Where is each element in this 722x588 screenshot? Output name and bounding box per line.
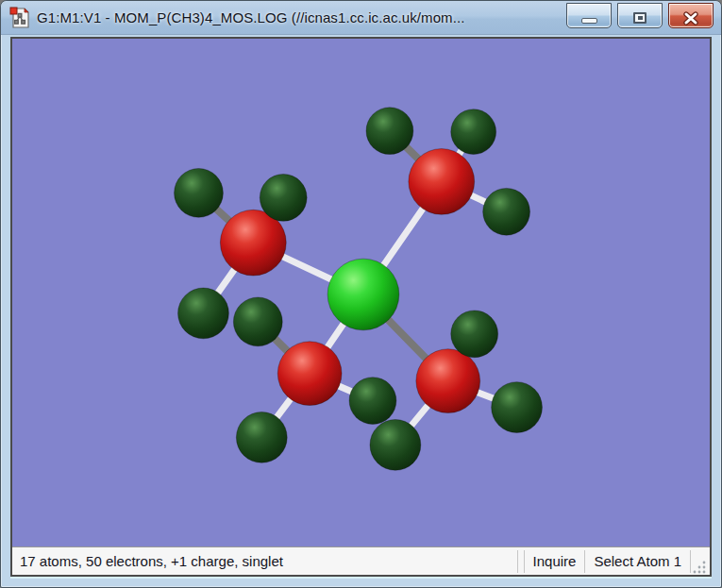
molecule-document-icon[interactable] (9, 7, 30, 29)
window-title: G1:M1:V1 - MOM_P(CH3)4_MOS.LOG (//icnas1… (37, 9, 561, 25)
atom-H-H9[interactable] (236, 412, 287, 463)
minimize-dash-icon (581, 18, 597, 24)
atom-H-H10[interactable] (451, 311, 498, 358)
mode-indicator: Inquire (525, 553, 585, 569)
gaussview-molecule-window: G1:M1:V1 - MOM_P(CH3)4_MOS.LOG (//icnas1… (0, 0, 722, 588)
atom-C-C3[interactable] (277, 342, 342, 406)
atom-H-H11[interactable] (492, 382, 543, 433)
molecule-canvas[interactable] (12, 39, 710, 546)
atom-H-H3[interactable] (483, 188, 530, 235)
x-icon (682, 11, 699, 25)
content-area: 17 atoms, 50 electrons, +1 charge, singl… (10, 37, 712, 577)
atom-H-H4[interactable] (175, 168, 224, 217)
atom-H-H2[interactable] (451, 109, 496, 155)
minimize-button[interactable] (566, 3, 612, 28)
status-separator (517, 550, 518, 573)
maximize-button[interactable] (617, 3, 663, 28)
molecule-summary: 17 atoms, 50 electrons, +1 charge, singl… (20, 553, 517, 569)
close-button[interactable] (668, 3, 714, 28)
resize-grip[interactable] (691, 554, 708, 575)
atom-H-H6[interactable] (178, 288, 229, 339)
atom-P-P1[interactable] (327, 259, 399, 330)
window-controls (566, 7, 714, 28)
atom-H-H5[interactable] (260, 174, 307, 221)
atom-C-C4[interactable] (416, 349, 480, 413)
atom-H-H1[interactable] (366, 108, 413, 155)
window-frame: 17 atoms, 50 electrons, +1 charge, singl… (1, 35, 721, 587)
atom-H-H8[interactable] (349, 378, 396, 425)
title-bar[interactable]: G1:M1:V1 - MOM_P(CH3)4_MOS.LOG (//icnas1… (1, 1, 721, 35)
maximize-restore-icon (633, 12, 646, 24)
selection-indicator: Select Atom 1 (585, 553, 690, 569)
atom-C-C1[interactable] (409, 149, 475, 215)
viewport[interactable] (12, 39, 710, 546)
status-bar: 17 atoms, 50 electrons, +1 charge, singl… (12, 546, 710, 575)
atom-H-H7[interactable] (233, 297, 282, 346)
atom-H-H12[interactable] (370, 420, 421, 471)
